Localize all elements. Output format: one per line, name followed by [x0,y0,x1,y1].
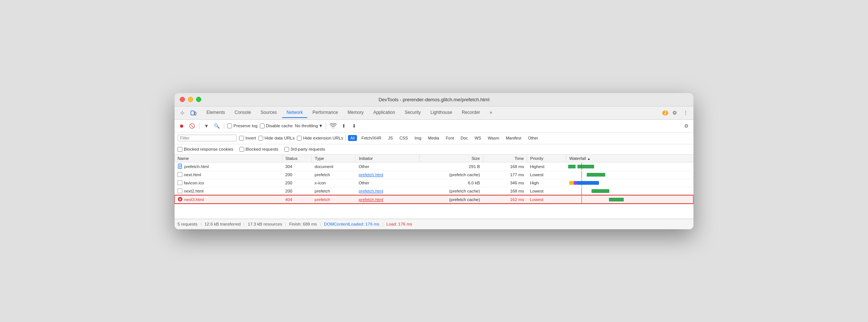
filter-all-button[interactable]: All [348,135,357,141]
tab-application[interactable]: Application [369,108,400,118]
filter-img-button[interactable]: Img [412,135,423,141]
table-row[interactable]: prefetch.html304documentOther291 B168 ms… [175,162,693,171]
tab-more[interactable]: » [485,108,497,118]
filter-input[interactable] [178,135,237,141]
hide-extension-urls-label[interactable]: Hide extension URLs [297,136,343,141]
filter-fetch-xhr-button[interactable]: Fetch/XHR [359,135,384,141]
waterfall-red-line [582,179,582,187]
row-initiator[interactable]: prefetch.html [356,171,420,179]
filter-other-button[interactable]: Other [526,135,540,141]
checkbox-icon [178,180,182,186]
filter-icon[interactable]: ▼ [202,122,211,130]
hide-data-urls-checkbox[interactable] [258,136,263,141]
col-header-waterfall[interactable]: Waterfall ▲ [566,155,693,162]
disable-cache-checkbox[interactable] [260,124,265,128]
settings-gear-icon[interactable]: ⚙ [670,108,679,118]
table-row[interactable]: next2.html200prefetchprefetch.html(prefe… [175,187,693,195]
row-size: 291 B [419,162,483,171]
clear-button[interactable]: 🚫 [188,122,196,130]
row-status: 200 [282,171,312,179]
row-priority: High [527,179,566,187]
table-header-row: Name Status Type Initiator Size Time Pri… [175,155,693,162]
traffic-lights [180,97,201,102]
blocked-response-cookies-label[interactable]: Blocked response cookies [178,147,233,152]
download-icon[interactable]: ⬇ [350,122,358,130]
col-header-time[interactable]: Time [483,155,527,162]
row-status: 404 [282,195,312,204]
upload-icon[interactable]: ⬆ [339,122,348,130]
hide-extension-urls-checkbox[interactable] [297,136,302,141]
col-header-initiator[interactable]: Initiator [356,155,420,162]
third-party-requests-label[interactable]: 3rd-party requests [284,147,325,152]
col-header-size[interactable]: Size [419,155,483,162]
filter-js-button[interactable]: JS [386,135,395,141]
table-row[interactable]: favicon.ico200x-iconOther6.0 kB346 msHig… [175,179,693,187]
preserve-log-checkbox[interactable] [227,124,232,128]
tab-security[interactable]: Security [400,108,425,118]
filter-font-button[interactable]: Font [444,135,456,141]
col-header-status[interactable]: Status [282,155,312,162]
row-type: prefetch [312,195,356,204]
row-initiator[interactable]: prefetch.html [356,195,420,204]
filter-wasm-button[interactable]: Wasm [486,135,501,141]
row-name-cell: next.html [178,172,279,178]
row-waterfall [566,187,693,195]
tab-memory[interactable]: Memory [343,108,368,118]
row-time: 346 ms [483,179,527,187]
tab-sources[interactable]: Sources [256,108,281,118]
invert-checkbox[interactable] [239,136,244,141]
tab-network[interactable]: Network [282,108,307,118]
row-initiator[interactable]: prefetch.html [356,187,420,195]
record-button[interactable]: ⏺ [178,122,186,130]
col-header-name[interactable]: Name [175,155,282,162]
minimize-button[interactable] [188,97,193,102]
throttle-dropdown[interactable]: No throttling ▼ [295,124,323,128]
finish-time: Finish: 689 ms [289,222,317,226]
blocked-requests-label[interactable]: Blocked requests [239,147,278,152]
table-row[interactable]: ✕next3.html404prefetchprefetch.html(pref… [175,195,693,204]
blocked-response-cookies-checkbox[interactable] [178,147,182,152]
tab-console[interactable]: Console [230,108,255,118]
waterfall-red-line [582,196,582,203]
device-toolbar-icon[interactable] [189,108,198,118]
filter-manifest-button[interactable]: Manifest [504,135,524,141]
wifi-icon[interactable] [329,122,337,130]
more-options-icon[interactable]: ⋮ [681,108,690,118]
tab-elements[interactable]: Elements [202,108,229,118]
col-header-priority[interactable]: Priority [527,155,566,162]
filter-ws-button[interactable]: WS [472,135,483,141]
filter-bar: Invert Hide data URLs Hide extension URL… [175,132,693,144]
tab-performance[interactable]: Performance [308,108,342,118]
disable-cache-label[interactable]: Disable cache [260,124,293,128]
blocked-requests-checkbox[interactable] [239,147,244,152]
row-type: prefetch [312,171,356,179]
filter-css-button[interactable]: CSS [397,135,410,141]
invert-label[interactable]: Invert [239,136,256,141]
col-header-type[interactable]: Type [312,155,356,162]
row-size: (prefetch cache) [419,171,483,179]
tab-recorder[interactable]: Recorder [457,108,484,118]
network-settings-icon[interactable]: ⚙ [682,122,690,130]
status-divider-4: | [320,222,321,226]
filter-doc-button[interactable]: Doc [458,135,470,141]
status-divider-3: | [285,222,286,226]
waterfall-sort-icon: ▲ [587,157,590,161]
table-row[interactable]: next.html200prefetchprefetch.html(prefet… [175,171,693,179]
tab-lighthouse[interactable]: Lighthouse [426,108,457,118]
third-party-requests-checkbox[interactable] [284,147,289,152]
search-icon[interactable]: 🔍 [213,122,221,130]
waterfall-bars [566,163,693,170]
filter-media-button[interactable]: Media [426,135,441,141]
doc-file-icon [178,164,183,170]
hide-data-urls-label[interactable]: Hide data URLs [258,136,295,141]
toolbar-divider-1 [199,122,199,129]
tab-bar-right: 2 ⚙ ⋮ [662,108,690,118]
inspect-element-icon[interactable]: ⊹ [178,108,187,118]
row-initiator: Other [356,179,420,187]
row-waterfall [566,162,693,171]
preserve-log-label[interactable]: Preserve log [227,124,258,128]
row-type: document [312,162,356,171]
maximize-button[interactable] [196,97,201,102]
error-icon: ✕ [178,197,183,203]
close-button[interactable] [180,97,185,102]
